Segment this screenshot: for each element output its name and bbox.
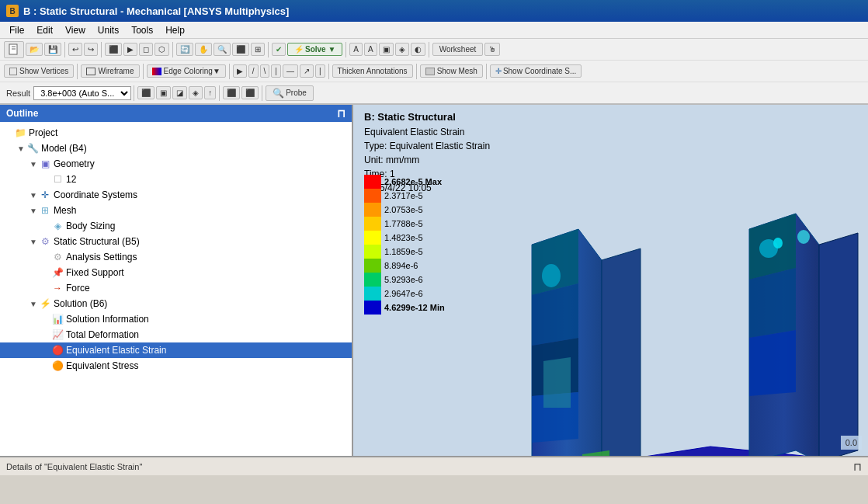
sep6 <box>429 42 429 57</box>
result-dropdown[interactable]: 3.8e+003 (Auto S... <box>33 86 131 100</box>
tree-label-coordsys: Coordinate Systems <box>54 189 137 200</box>
window-title: B : Static Structural - Mechanical [ANSY… <box>23 5 289 17</box>
thicken-btn[interactable]: Thicken Annotations <box>332 64 413 78</box>
tree-toggle-model[interactable]: ▼ <box>16 144 26 153</box>
tree-item-totaldef[interactable]: 📈Total Deformation <box>0 327 352 342</box>
tree-toggle-static[interactable]: ▼ <box>28 238 39 246</box>
display-icon-2[interactable]: ▣ <box>156 86 171 99</box>
svg-point-21 <box>797 230 810 244</box>
redo-btn[interactable]: ↪ <box>84 43 98 56</box>
fit-btn[interactable]: ⊞ <box>251 43 265 56</box>
snap-btn6[interactable]: ↗ <box>300 64 314 78</box>
sep1 <box>64 42 65 57</box>
tree-item-fixedsup[interactable]: 📌Fixed Support <box>0 265 352 280</box>
icon-e[interactable]: ◐ <box>411 43 425 56</box>
show-mesh-btn[interactable]: Show Mesh <box>420 64 483 78</box>
legend-swatch-9 <box>364 301 381 315</box>
outline-pin[interactable]: ⊓ <box>337 107 345 120</box>
svg-marker-16 <box>749 330 796 396</box>
tree-item-coordsys[interactable]: ▼✛Coordinate Systems <box>0 187 352 203</box>
cursor-btn[interactable]: 🖱 <box>484 43 500 56</box>
tree-item-solution[interactable]: ▼⚡Solution (B6) <box>0 296 352 311</box>
legend-swatch-5 <box>364 245 381 259</box>
snap-btn3[interactable]: \ <box>260 64 270 78</box>
menu-help[interactable]: Help <box>159 23 191 37</box>
snap-btn2[interactable]: / <box>248 64 259 78</box>
tree-toggle-coordsys[interactable]: ▼ <box>28 191 39 200</box>
display-icon-1[interactable]: ⬛ <box>137 86 155 99</box>
tree-area: 📁Project▼🔧Model (B4)▼▣Geometry ☐12▼✛Coor… <box>0 122 352 456</box>
worksheet-btn[interactable]: Worksheet <box>432 43 484 56</box>
menu-edit[interactable]: Edit <box>30 23 59 37</box>
show-coord-btn[interactable]: ✛ Show Coordinate S... <box>490 64 582 78</box>
bottom-pin[interactable]: ⊓ <box>853 461 862 473</box>
app-icon: B <box>6 5 19 17</box>
icon-b[interactable]: A <box>364 43 377 56</box>
zoom-btn[interactable]: 🔍 <box>214 43 231 56</box>
tree-item-bodysizing[interactable]: ◈Body Sizing <box>0 218 352 234</box>
tree-item-model[interactable]: ▼🔧Model (B4) <box>0 141 352 156</box>
menu-file[interactable]: File <box>3 23 30 37</box>
legend-swatch-6 <box>364 259 381 273</box>
select4-btn[interactable]: ⬡ <box>155 43 169 56</box>
open-btn[interactable]: 📂 <box>26 43 43 56</box>
display-icon-3[interactable]: ◪ <box>172 86 187 99</box>
solve-btn[interactable]: ⚡Solve ▼ <box>287 43 342 56</box>
tree-icon-bodysizing: ◈ <box>51 220 64 232</box>
tree-toggle-solution[interactable]: ▼ <box>28 300 39 308</box>
menu-units[interactable]: Units <box>92 23 125 37</box>
zoombox-btn[interactable]: ⬛ <box>232 43 249 56</box>
icon-a[interactable]: A <box>349 43 363 56</box>
result-icon-7[interactable]: ⬛ <box>241 86 259 99</box>
tree-icon-totaldef: 📈 <box>51 328 64 341</box>
menu-view[interactable]: View <box>59 23 92 37</box>
tree-toggle-geometry[interactable]: ▼ <box>28 160 39 169</box>
pan-btn[interactable]: ✋ <box>195 43 212 56</box>
tree-item-geometry[interactable]: ▼▣Geometry <box>0 156 352 172</box>
snap-btn7[interactable]: | <box>315 64 325 78</box>
save-btn[interactable]: 💾 <box>44 43 61 56</box>
wireframe-btn[interactable]: Wireframe <box>81 64 139 78</box>
new-btn[interactable] <box>4 41 24 58</box>
tree-label-project: Project <box>29 127 57 138</box>
tree-item-geo12[interactable]: ☐12 <box>0 172 352 187</box>
tree-label-bodysizing: Body Sizing <box>66 221 115 231</box>
viewport[interactable]: B: Static Structural Equivalent Elastic … <box>353 105 868 456</box>
sep2 <box>101 42 102 57</box>
sep10 <box>328 64 329 79</box>
snap-btn1[interactable]: ▶ <box>233 64 247 78</box>
select-btn[interactable]: ⬛ <box>105 43 122 56</box>
rotate-btn[interactable]: 🔄 <box>176 43 193 56</box>
tree-label-force: Force <box>66 283 90 294</box>
display-icon-5[interactable]: ↑ <box>204 86 216 99</box>
tree-item-project[interactable]: 📁Project <box>0 125 352 141</box>
select2-btn[interactable]: ▶ <box>123 43 137 56</box>
tree-item-force[interactable]: →Force <box>0 280 352 296</box>
select3-btn[interactable]: ◻ <box>139 43 153 56</box>
check-btn[interactable]: ✔ <box>272 43 286 56</box>
show-coord-label: Show Coordinate S... <box>503 67 577 75</box>
result-label: Result <box>6 89 30 98</box>
main-layout: Outline ⊓ 📁Project▼🔧Model (B4)▼▣Geometry… <box>0 105 868 456</box>
snap-btn4[interactable]: | <box>271 64 281 78</box>
legend-swatch-2 <box>364 203 381 217</box>
tree-item-solinfo[interactable]: 📊Solution Information <box>0 311 352 327</box>
menu-tools[interactable]: Tools <box>125 23 159 37</box>
tree-item-eqelastic[interactable]: 🔴Equivalent Elastic Strain <box>0 342 352 358</box>
tree-item-analysis[interactable]: ⚙Analysis Settings <box>0 249 352 265</box>
tree-item-static[interactable]: ▼⚙Static Structural (B5) <box>0 234 352 249</box>
edge-coloring-btn[interactable]: Edge Coloring ▼ <box>147 64 226 78</box>
tree-item-eqstress[interactable]: 🟠Equivalent Stress <box>0 358 352 374</box>
tree-toggle-mesh[interactable]: ▼ <box>28 207 39 215</box>
svg-marker-5 <box>602 249 641 456</box>
result-icon-6[interactable]: ⬛ <box>223 86 240 99</box>
probe-btn[interactable]: 🔍 Probe <box>266 85 314 101</box>
icon-d[interactable]: ◈ <box>395 43 409 56</box>
snap-btn5[interactable]: — <box>283 64 298 78</box>
tree-item-mesh[interactable]: ▼⊞Mesh <box>0 203 352 218</box>
icon-c[interactable]: ▣ <box>379 43 394 56</box>
tree-icon-static: ⚙ <box>39 235 51 248</box>
undo-btn[interactable]: ↩ <box>68 43 82 56</box>
display-icon-4[interactable]: ◈ <box>189 86 203 99</box>
show-vertices-btn[interactable]: Show Vertices <box>4 64 74 78</box>
